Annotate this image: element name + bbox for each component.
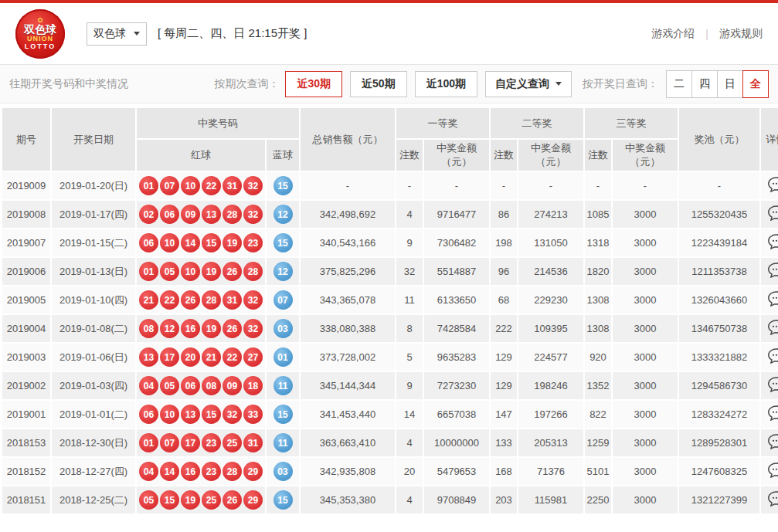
header-first-prize: 一等奖 <box>396 108 489 138</box>
table-row: 2018152 2018-12-27(四) 041416232829 03 34… <box>2 458 778 485</box>
blue-ball-cell: 07 <box>267 286 299 313</box>
red-ball: 06 <box>139 233 158 252</box>
red-ball: 23 <box>202 462 221 481</box>
day-filter-button[interactable]: 二 <box>666 70 692 98</box>
header-period: 期号 <box>2 108 50 171</box>
detail-comment-icon[interactable] <box>767 319 778 336</box>
date-cell: 2019-01-20(日) <box>52 172 135 199</box>
detail-comment-icon[interactable] <box>767 462 778 479</box>
pool-cell: 1294586730 <box>679 372 759 399</box>
red-ball: 23 <box>202 433 221 452</box>
first-count-cell: - <box>396 172 423 199</box>
red-balls-cell: 010717232531 <box>137 429 265 456</box>
day-filter-button[interactable]: 日 <box>717 70 743 98</box>
header-pool: 奖池（元） <box>679 108 759 171</box>
table-row: 2019007 2019-01-15(二) 061014151923 15 34… <box>2 229 778 256</box>
period-filter-button[interactable]: 近30期 <box>285 71 342 97</box>
day-filter-button[interactable]: 全 <box>742 70 769 98</box>
day-filter-button[interactable]: 四 <box>691 70 718 98</box>
sales-cell: 340,543,166 <box>301 229 395 256</box>
union-lotto-logo: ✿ 双色球 UNION LOTTO <box>15 9 65 59</box>
period-filter-button[interactable]: 近100期 <box>415 71 477 97</box>
red-ball: 13 <box>202 205 221 224</box>
lottery-select[interactable]: 双色球 <box>87 22 147 46</box>
first-count-cell: 4 <box>396 201 423 228</box>
table-row: 2019001 2019-01-01(二) 061013153233 15 34… <box>2 401 778 428</box>
second-amount-cell: 229230 <box>518 286 583 313</box>
detail-comment-icon[interactable] <box>767 290 778 307</box>
red-ball: 19 <box>202 319 221 338</box>
third-amount-cell: 3000 <box>613 372 678 399</box>
first-count-cell: 32 <box>396 258 423 285</box>
second-count-cell: 222 <box>491 315 517 342</box>
table-row: 2019003 2019-01-06(日) 131720212227 01 37… <box>2 344 778 371</box>
blue-ball: 15 <box>273 405 293 424</box>
second-count-cell: 129 <box>491 372 517 399</box>
third-amount-cell: 3000 <box>613 229 678 256</box>
red-ball: 26 <box>223 262 242 281</box>
red-ball: 19 <box>181 490 200 510</box>
header-amount: 中奖金额（元） <box>613 140 678 171</box>
detail-comment-icon[interactable] <box>767 205 778 222</box>
detail-comment-icon[interactable] <box>767 233 778 250</box>
red-ball: 32 <box>243 176 263 195</box>
red-ball: 05 <box>139 490 158 510</box>
period-cell: 2019007 <box>2 229 50 256</box>
period-filter-button[interactable]: 近50期 <box>350 71 407 97</box>
header-second-prize: 二等奖 <box>491 108 583 138</box>
header-links: 游戏介绍 | 游戏规则 <box>651 27 763 41</box>
blue-ball: 12 <box>273 205 293 224</box>
custom-query-dropdown[interactable]: 自定义查询 <box>485 71 572 97</box>
red-ball: 33 <box>243 405 263 424</box>
detail-comment-icon[interactable] <box>767 405 778 422</box>
period-cell: 2019001 <box>2 401 50 428</box>
red-ball: 09 <box>223 376 242 395</box>
detail-comment-icon[interactable] <box>767 262 778 279</box>
third-count-cell: - <box>585 172 611 199</box>
third-amount-cell: 3000 <box>613 201 678 228</box>
red-ball: 22 <box>202 176 221 195</box>
game-rules-link[interactable]: 游戏规则 <box>719 27 763 41</box>
sales-cell: - <box>301 172 395 199</box>
table-row: 2019006 2019-01-13(日) 010510192628 12 37… <box>2 258 778 285</box>
first-count-cell: 4 <box>396 429 423 456</box>
sales-cell: 341,453,440 <box>301 401 395 428</box>
red-balls: 131720212227 <box>139 347 263 367</box>
sales-cell: 363,663,410 <box>301 429 395 456</box>
red-balls-cell: 040506080918 <box>137 372 265 399</box>
chevron-down-icon <box>134 32 140 36</box>
pool-cell: 1333321882 <box>679 344 759 371</box>
third-count-cell: 1820 <box>585 258 611 285</box>
second-count-cell: 198 <box>491 229 517 256</box>
red-ball: 23 <box>243 233 263 252</box>
game-intro-link[interactable]: 游戏介绍 <box>651 27 695 41</box>
red-ball: 10 <box>181 176 200 195</box>
first-amount-cell: 5479653 <box>424 458 489 485</box>
detail-comment-icon[interactable] <box>767 376 778 393</box>
detail-comment-icon[interactable] <box>767 433 778 450</box>
sales-cell: 342,935,808 <box>301 458 395 485</box>
red-ball: 08 <box>202 376 221 395</box>
detail-cell <box>761 486 778 513</box>
detail-comment-icon[interactable] <box>767 490 778 507</box>
second-amount-cell: 71376 <box>518 458 583 485</box>
red-balls: 020609132832 <box>139 205 263 224</box>
red-ball: 01 <box>139 433 158 452</box>
detail-comment-icon[interactable] <box>767 176 778 193</box>
period-cell: 2019008 <box>2 201 50 228</box>
detail-comment-icon[interactable] <box>767 347 778 364</box>
second-count-cell: 168 <box>491 458 517 485</box>
red-ball: 15 <box>202 405 221 424</box>
first-count-cell: 20 <box>396 458 423 485</box>
red-ball: 07 <box>160 433 179 452</box>
red-balls-cell: 212226283132 <box>137 286 265 313</box>
second-amount-cell: 131050 <box>518 229 583 256</box>
red-ball: 29 <box>243 490 263 510</box>
red-ball: 16 <box>181 319 200 338</box>
date-cell: 2019-01-13(日) <box>52 258 135 285</box>
red-ball: 28 <box>243 262 263 281</box>
red-ball: 32 <box>223 405 242 424</box>
first-amount-cell: 7306482 <box>424 229 489 256</box>
period-cell: 2019003 <box>2 344 50 371</box>
detail-cell <box>761 315 778 342</box>
